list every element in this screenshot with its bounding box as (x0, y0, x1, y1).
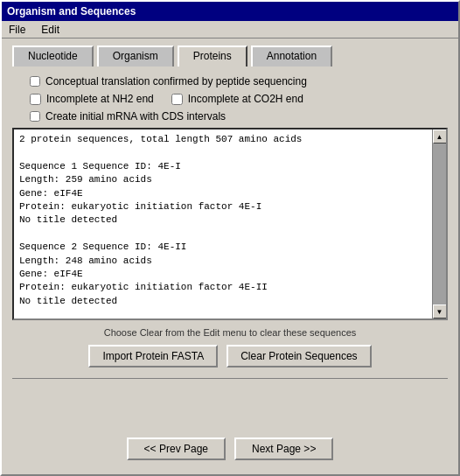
main-window: Organism and Sequences File Edit Nucleot… (0, 0, 460, 476)
tab-nucleotide[interactable]: Nucleotide (12, 46, 94, 66)
window-title: Organism and Sequences (7, 5, 136, 18)
clear-protein-button[interactable]: Clear Protein Sequences (227, 345, 371, 368)
navigation-row: << Prev Page Next Page >> (12, 438, 448, 467)
prev-page-button[interactable]: << Prev Page (127, 438, 226, 460)
create-mrna-label: Create initial mRNA with CDS intervals (45, 110, 226, 122)
incomplete-nh2-label: Incomplete at NH2 end (46, 93, 154, 105)
tab-bar: Nucleotide Organism Proteins Annotation (12, 46, 448, 66)
sequence-display-container: 2 protein sequences, total length 507 am… (12, 128, 448, 320)
scroll-track[interactable] (433, 144, 447, 304)
incomplete-nh2-checkbox[interactable] (30, 94, 41, 105)
co2h-pair: Incomplete at CO2H end (171, 93, 303, 105)
incomplete-co2h-checkbox[interactable] (171, 94, 183, 105)
conceptual-translation-row: Conceptual translation confirmed by pept… (12, 75, 448, 88)
next-page-button[interactable]: Next Page >> (234, 438, 333, 460)
nh2-pair: Incomplete at NH2 end (30, 93, 154, 105)
scrollbar: ▲ ▼ (432, 130, 446, 318)
create-mrna-checkbox[interactable] (30, 111, 40, 122)
create-mrna-row: Create initial mRNA with CDS intervals (12, 110, 448, 122)
sequence-text-area[interactable]: 2 protein sequences, total length 507 am… (14, 130, 432, 318)
hint-text: Choose Clear from the Edit menu to clear… (12, 327, 448, 338)
incomplete-row: Incomplete at NH2 end Incomplete at CO2H… (12, 93, 448, 105)
menu-bar: File Edit (2, 21, 458, 38)
menu-file[interactable]: File (5, 23, 29, 37)
incomplete-co2h-label: Incomplete at CO2H end (188, 93, 303, 105)
conceptual-translation-label: Conceptual translation confirmed by pept… (45, 75, 307, 88)
action-buttons: Import Protein FASTA Clear Protein Seque… (12, 345, 448, 368)
import-protein-button[interactable]: Import Protein FASTA (88, 345, 218, 368)
scroll-up-btn[interactable]: ▲ (433, 130, 447, 144)
title-bar: Organism and Sequences (2, 2, 458, 21)
tab-organism[interactable]: Organism (97, 46, 174, 66)
divider (12, 378, 448, 379)
tab-proteins[interactable]: Proteins (178, 46, 247, 66)
scroll-down-btn[interactable]: ▼ (433, 304, 447, 318)
conceptual-translation-checkbox[interactable] (30, 76, 40, 87)
menu-edit[interactable]: Edit (38, 23, 63, 37)
tab-annotation[interactable]: Annotation (251, 46, 332, 66)
content-area: Nucleotide Organism Proteins Annotation … (2, 38, 458, 474)
